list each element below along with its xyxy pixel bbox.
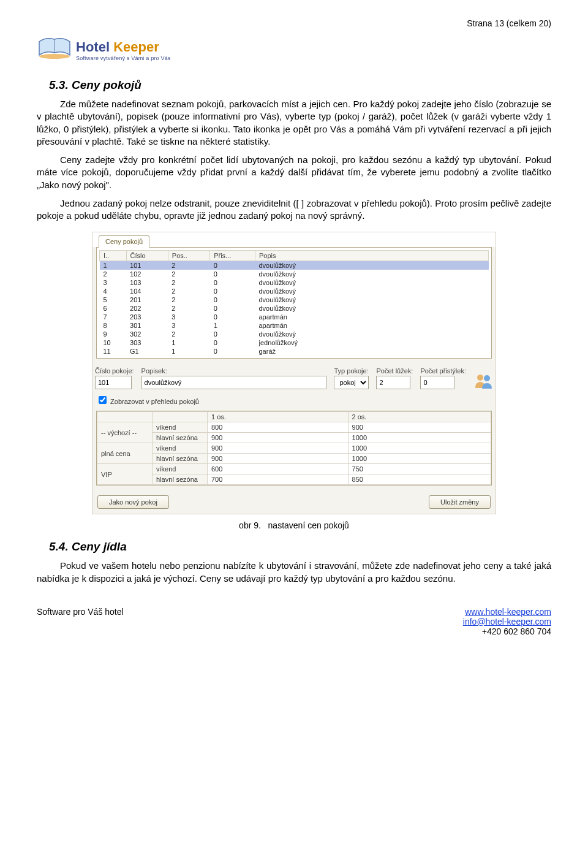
table-row[interactable]: 310320dvoulůžkový — [100, 278, 489, 287]
price-row[interactable]: hlavní sezóna700850 — [97, 474, 491, 485]
logo: Hotel Keeper Software vytvářený s Vámi a… — [37, 33, 551, 61]
footer-url[interactable]: www.hotel-keeper.com — [465, 607, 551, 617]
table-row[interactable]: 830131apartmán — [100, 321, 489, 330]
col-desc[interactable]: Popis — [255, 251, 489, 261]
svg-point-1 — [477, 375, 483, 381]
show-checkbox[interactable] — [99, 396, 107, 404]
price-row[interactable]: -- výchozí --víkend800900 — [97, 422, 491, 433]
figure-caption: obr 9. nastavení cen pokojů — [37, 520, 551, 530]
room-no-input[interactable] — [95, 376, 132, 389]
people-icon[interactable] — [473, 372, 493, 389]
table-row[interactable]: 520120dvoulůžkový — [100, 295, 489, 304]
type-select[interactable]: pokoj — [334, 376, 369, 389]
save-button[interactable]: Uložit změny — [429, 495, 491, 509]
tab-ceny-pokoju[interactable]: Ceny pokojů — [99, 235, 149, 248]
price-row[interactable]: plná cenavíkend9001000 — [97, 443, 491, 454]
col-1os: 1 os. — [208, 412, 349, 422]
logo-brand: Hotel Keeper — [76, 39, 171, 55]
beds-spinner[interactable] — [376, 376, 410, 389]
ui-panel: Ceny pokojů I.. Číslo Pos.. Přis... Popi… — [92, 232, 496, 514]
section-53-p2: Ceny zadejte vždy pro konkrétní počet li… — [37, 154, 551, 191]
footer-phone: +420 602 860 704 — [482, 626, 551, 636]
col-pos[interactable]: Pos.. — [168, 251, 209, 261]
table-row[interactable]: 11G110garáž — [100, 347, 489, 356]
footer-mail[interactable]: info@hotel-keeper.com — [463, 617, 551, 626]
desc-label: Popisek: — [141, 367, 327, 375]
col-2os: 2 os. — [348, 412, 491, 422]
table-row[interactable]: 1030310jednolůžkový — [100, 338, 489, 347]
svg-point-2 — [484, 375, 490, 381]
price-row[interactable]: hlavní sezóna9001000 — [97, 454, 491, 464]
price-row[interactable]: hlavní sezóna9001000 — [97, 433, 491, 443]
room-no-label: Číslo pokoje: — [95, 367, 134, 375]
section-54-p1: Pokud ve vašem hotelu nebo penzionu nabí… — [37, 560, 551, 585]
col-num[interactable]: Číslo — [126, 251, 168, 261]
rooms-table[interactable]: I.. Číslo Pos.. Přis... Popis 110120dvou… — [99, 250, 489, 356]
beds-label: Počet lůžek: — [376, 367, 413, 375]
col-pris[interactable]: Přis... — [210, 251, 255, 261]
price-row[interactable]: VIPvíkend600750 — [97, 464, 491, 474]
table-row[interactable]: 210220dvoulůžkový — [100, 270, 489, 278]
page-counter: Strana 13 (celkem 20) — [37, 18, 551, 28]
table-row[interactable]: 720330apartmán — [100, 313, 489, 321]
extra-spinner[interactable] — [420, 376, 454, 389]
extra-label: Počet přistýlek: — [420, 367, 466, 375]
table-row[interactable]: 410420dvoulůžkový — [100, 287, 489, 295]
table-row[interactable]: 110120dvoulůžkový — [100, 261, 489, 270]
section-54-heading: 5.4. Ceny jídla — [49, 540, 551, 554]
col-idx[interactable]: I.. — [100, 251, 127, 261]
table-row[interactable]: 930220dvoulůžkový — [100, 330, 489, 338]
svg-point-0 — [39, 54, 70, 59]
footer-left: Software pro Váš hotel — [37, 607, 124, 636]
show-checkbox-label[interactable]: Zobrazovat v přehledu pokojů — [96, 398, 199, 405]
type-label: Typ pokoje: — [334, 367, 369, 375]
section-53-p1: Zde můžete nadefinovat seznam pokojů, pa… — [37, 98, 551, 148]
logo-tagline: Software vytvářený s Vámi a pro Vás — [76, 55, 171, 61]
book-icon — [37, 33, 72, 61]
desc-input[interactable] — [141, 376, 327, 389]
section-53-p3: Jednou zadaný pokoj nelze odstranit, pou… — [37, 197, 551, 223]
prices-table[interactable]: 1 os. 2 os. -- výchozí --víkend800900hla… — [97, 411, 491, 485]
new-room-button[interactable]: Jako nový pokoj — [97, 495, 169, 509]
table-row[interactable]: 620220dvoulůžkový — [100, 304, 489, 313]
section-53-heading: 5.3. Ceny pokojů — [49, 78, 551, 92]
